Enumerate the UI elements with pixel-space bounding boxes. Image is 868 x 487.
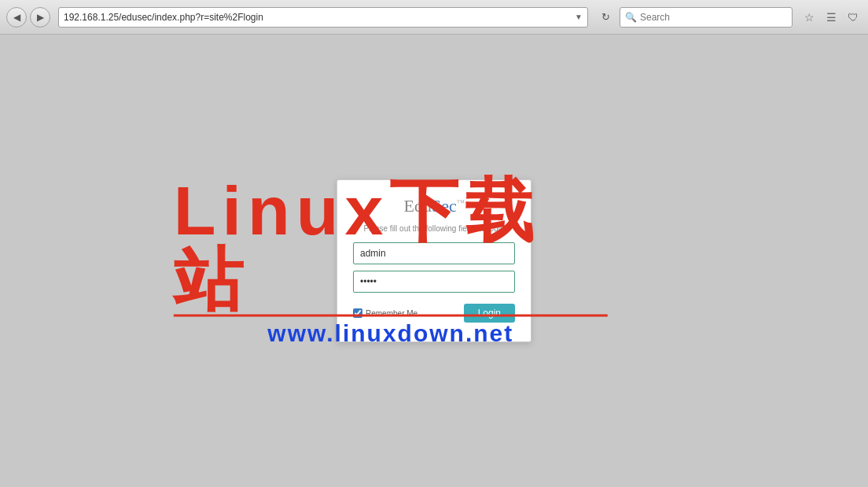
search-icon: 🔍 [625, 12, 637, 23]
logo-edu: Edu [403, 196, 431, 216]
refresh-button[interactable]: ↻ [596, 8, 615, 27]
search-bar-container[interactable]: 🔍 [620, 7, 793, 28]
toolbar-icons: ☆ ☰ 🛡 [800, 9, 862, 26]
form-footer: Remember Me Login [353, 304, 515, 323]
menu-icon[interactable]: ☰ [822, 9, 840, 26]
forward-icon: ▶ [37, 12, 44, 23]
page-content: Linux下载站 www.linuxdown.net EduSec™ Pleas… [0, 35, 868, 487]
browser-toolbar: ◀ ▶ ▼ ↻ 🔍 ☆ ☰ 🛡 [0, 0, 868, 35]
username-input[interactable] [353, 242, 515, 264]
login-card: EduSec™ Please fill out the following fi… [337, 179, 531, 342]
extensions-icon[interactable]: 🛡 [844, 9, 862, 26]
nav-buttons: ◀ ▶ [6, 7, 50, 28]
bookmark-icon[interactable]: ☆ [800, 9, 818, 26]
login-logo: EduSec™ [353, 196, 515, 216]
password-input[interactable] [353, 271, 515, 293]
login-button[interactable]: Login [464, 304, 515, 323]
logo-sec: Sec [432, 196, 457, 216]
logo-tm: ™ [457, 198, 465, 207]
address-bar[interactable] [64, 12, 575, 23]
back-icon: ◀ [13, 12, 20, 23]
remember-me-text: Remember Me [366, 309, 417, 318]
logo-text: EduSec™ [403, 196, 464, 216]
forward-button[interactable]: ▶ [30, 7, 50, 28]
login-subtitle: Please fill out the following fields to … [353, 224, 515, 233]
remember-checkbox[interactable] [353, 308, 362, 318]
dropdown-arrow-icon[interactable]: ▼ [575, 13, 583, 21]
back-button[interactable]: ◀ [6, 7, 27, 28]
login-form: Remember Me Login [353, 242, 515, 323]
search-input[interactable] [640, 12, 787, 23]
refresh-icon: ↻ [601, 11, 610, 23]
address-bar-container[interactable]: ▼ [58, 7, 588, 28]
remember-me-label[interactable]: Remember Me [353, 308, 417, 318]
